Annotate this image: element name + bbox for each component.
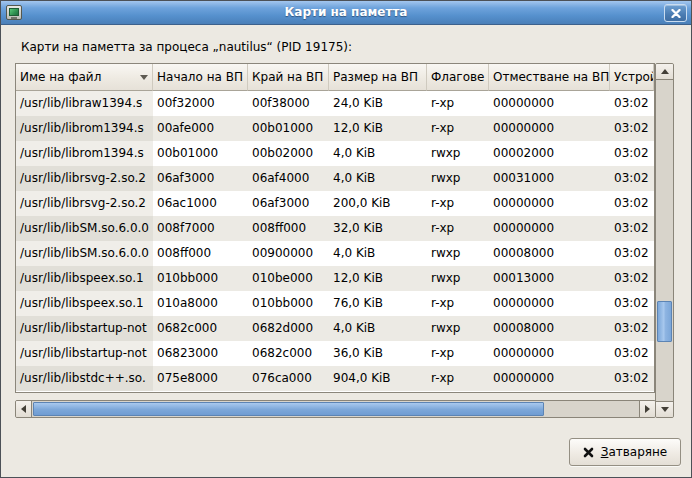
table-row[interactable]: /usr/lib/librom1394.s 00afe000 00b01000 … [16,116,654,141]
cell-vm-end: 0682d000 [248,316,329,341]
table-row[interactable]: /usr/lib/librsvg-2.so.2 06ac1000 06af300… [16,191,654,216]
cell-filename: /usr/lib/librsvg-2.so.2 [16,166,153,191]
vertical-scrollbar-thumb[interactable] [657,301,672,342]
table-row[interactable]: /usr/lib/libspeex.so.1 010bb000 010be000… [16,266,654,291]
arrow-left-icon [21,405,26,413]
column-header-flags[interactable]: Флагове [427,64,489,91]
cell-device: 03:02 [610,216,654,241]
sort-indicator-icon [140,75,148,80]
cell-filename: /usr/lib/librsvg-2.so.2 [16,191,153,216]
window-close-button[interactable] [664,4,687,22]
scroll-up-button[interactable] [656,64,673,80]
memory-maps-dialog: Карти на паметта Карти на паметта за про… [0,0,692,478]
cell-flags: r-xp [427,366,489,391]
cell-vm-size: 4,0 KiB [329,141,427,166]
column-header-vm-start[interactable]: Начало на ВП [153,64,248,91]
cell-filename: /usr/lib/librom1394.s [16,116,153,141]
cell-vm-size: 12,0 KiB [329,116,427,141]
column-header-label: Флагове [431,70,484,84]
cell-filename: /usr/lib/libspeex.so.1 [16,291,153,316]
cell-device: 03:02 [610,366,654,391]
cell-flags: rwxp [427,166,489,191]
cell-vm-size: 904,0 KiB [329,366,427,391]
cell-vm-start: 0682c000 [153,316,248,341]
scroll-left-button[interactable] [16,401,32,417]
vertical-scrollbar[interactable] [655,63,674,418]
column-header-label: Име на файл [20,70,101,84]
table-row[interactable]: /usr/lib/libSM.so.6.0.0 008ff000 0090000… [16,241,654,266]
arrow-down-icon [661,407,669,412]
cell-vm-offset: 00013000 [489,266,610,291]
cell-vm-offset: 00000000 [489,116,610,141]
column-header-vm-end[interactable]: Край на ВП [248,64,329,91]
cell-filename: /usr/lib/libstartup-not [16,316,153,341]
cell-vm-start: 010a8000 [153,291,248,316]
column-header-filename[interactable]: Име на файл [16,64,153,91]
column-header-label: Край на ВП [252,70,323,84]
cell-filename: /usr/lib/librom1394.s [16,141,153,166]
cell-vm-end: 076ca000 [248,366,329,391]
horizontal-scrollbar[interactable] [15,400,656,418]
arrow-right-icon [645,405,650,413]
close-dialog-button[interactable]: Затваряне [569,438,681,466]
column-header-vm-size[interactable]: Размер на ВП [329,64,427,91]
table-row[interactable]: /usr/lib/libraw1394.s 00f32000 00f38000 … [16,91,654,116]
cell-flags: rwxp [427,241,489,266]
cell-vm-end: 008ff000 [248,216,329,241]
cell-vm-end: 010be000 [248,266,329,291]
cell-vm-size: 4,0 KiB [329,316,427,341]
cell-device: 03:02 [610,266,654,291]
horizontal-scrollbar-thumb[interactable] [33,402,544,416]
cell-vm-start: 00afe000 [153,116,248,141]
cell-vm-size: 12,0 KiB [329,266,427,291]
cell-vm-offset: 00000000 [489,216,610,241]
cell-device: 03:02 [610,341,654,366]
cell-flags: rwxp [427,141,489,166]
window-title: Карти на паметта [1,1,691,25]
cell-vm-start: 00b01000 [153,141,248,166]
titlebar[interactable]: Карти на паметта [1,1,691,25]
cell-flags: r-xp [427,216,489,241]
table-row[interactable]: /usr/lib/libstartup-not 06823000 0682c00… [16,341,654,366]
cell-vm-size: 200,0 KiB [329,191,427,216]
column-header-label: Отместване на ВП [493,70,609,84]
close-button-label: Затваряне [601,445,668,459]
cell-device: 03:02 [610,166,654,191]
scroll-right-button[interactable] [639,401,655,417]
cell-vm-end: 00b01000 [248,116,329,141]
memory-maps-table: Име на файл Начало на ВП Край на ВП Разм… [15,63,655,393]
cell-flags: rwxp [427,266,489,291]
cell-vm-end: 00f38000 [248,91,329,116]
process-info-label: Карти на паметта за процеса „nautilus“ (… [21,40,352,54]
cell-vm-size: 4,0 KiB [329,241,427,266]
table-row[interactable]: /usr/lib/libstartup-not 0682c000 0682d00… [16,316,654,341]
cell-vm-start: 00f32000 [153,91,248,116]
table-row[interactable]: /usr/lib/librom1394.s 00b01000 00b02000 … [16,141,654,166]
cell-vm-start: 06ac1000 [153,191,248,216]
cell-vm-size: 24,0 KiB [329,91,427,116]
cell-vm-start: 010bb000 [153,266,248,291]
table-row[interactable]: /usr/lib/libstdc++.so. 075e8000 076ca000… [16,366,654,391]
column-header-device[interactable]: Устройство [610,64,654,91]
cell-vm-offset: 00000000 [489,91,610,116]
cell-device: 03:02 [610,241,654,266]
table-row[interactable]: /usr/lib/libspeex.so.1 010a8000 010bb000… [16,291,654,316]
cell-filename: /usr/lib/libSM.so.6.0.0 [16,216,153,241]
cell-vm-end: 06af4000 [248,166,329,191]
cell-flags: rwxp [427,316,489,341]
column-header-label: Начало на ВП [157,70,243,84]
scroll-down-button[interactable] [656,401,673,417]
cell-vm-start: 06af3000 [153,166,248,191]
table-row[interactable]: /usr/lib/librsvg-2.so.2 06af3000 06af400… [16,166,654,191]
column-header-label: Устройство [614,70,654,84]
table-header-row: Име на файл Начало на ВП Край на ВП Разм… [16,64,654,91]
cell-device: 03:02 [610,141,654,166]
cell-vm-start: 008ff000 [153,241,248,266]
table-row[interactable]: /usr/lib/libSM.so.6.0.0 008f7000 008ff00… [16,216,654,241]
cell-vm-size: 32,0 KiB [329,216,427,241]
cell-vm-offset: 00008000 [489,316,610,341]
column-header-vm-offset[interactable]: Отместване на ВП [489,64,610,91]
cell-vm-offset: 00002000 [489,141,610,166]
cell-vm-end: 06af3000 [248,191,329,216]
cell-flags: r-xp [427,191,489,216]
